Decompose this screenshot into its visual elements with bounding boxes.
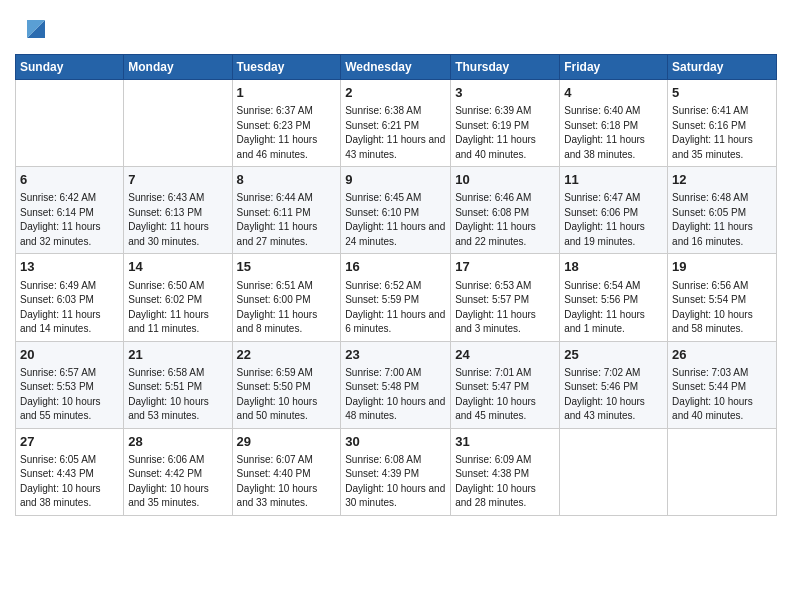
calendar-cell: 21Sunrise: 6:58 AMSunset: 5:51 PMDayligh… (124, 341, 232, 428)
day-number: 9 (345, 171, 446, 189)
day-number: 30 (345, 433, 446, 451)
day-number: 25 (564, 346, 663, 364)
day-number: 18 (564, 258, 663, 276)
calendar-cell: 3Sunrise: 6:39 AMSunset: 6:19 PMDaylight… (451, 80, 560, 167)
sunrise-text: Sunrise: 6:59 AM (237, 367, 313, 378)
day-number: 7 (128, 171, 227, 189)
week-row-2: 6Sunrise: 6:42 AMSunset: 6:14 PMDaylight… (16, 167, 777, 254)
calendar-cell: 4Sunrise: 6:40 AMSunset: 6:18 PMDaylight… (560, 80, 668, 167)
logo (15, 10, 53, 46)
daylight-text: Daylight: 11 hours and 30 minutes. (128, 221, 209, 247)
day-number: 14 (128, 258, 227, 276)
sunset-text: Sunset: 5:48 PM (345, 381, 419, 392)
calendar-cell (668, 428, 777, 515)
day-number: 24 (455, 346, 555, 364)
calendar-cell: 10Sunrise: 6:46 AMSunset: 6:08 PMDayligh… (451, 167, 560, 254)
day-info: Sunrise: 6:57 AMSunset: 5:53 PMDaylight:… (20, 366, 119, 424)
sunset-text: Sunset: 6:06 PM (564, 207, 638, 218)
daylight-text: Daylight: 10 hours and 55 minutes. (20, 396, 101, 422)
calendar-cell: 16Sunrise: 6:52 AMSunset: 5:59 PMDayligh… (341, 254, 451, 341)
weekday-header-row: SundayMondayTuesdayWednesdayThursdayFrid… (16, 55, 777, 80)
sunrise-text: Sunrise: 6:49 AM (20, 280, 96, 291)
calendar-cell: 28Sunrise: 6:06 AMSunset: 4:42 PMDayligh… (124, 428, 232, 515)
sunrise-text: Sunrise: 6:07 AM (237, 454, 313, 465)
sunrise-text: Sunrise: 6:39 AM (455, 105, 531, 116)
calendar-cell (560, 428, 668, 515)
day-number: 15 (237, 258, 337, 276)
day-info: Sunrise: 7:00 AMSunset: 5:48 PMDaylight:… (345, 366, 446, 424)
sunrise-text: Sunrise: 6:09 AM (455, 454, 531, 465)
calendar-cell: 9Sunrise: 6:45 AMSunset: 6:10 PMDaylight… (341, 167, 451, 254)
sunset-text: Sunset: 5:54 PM (672, 294, 746, 305)
sunrise-text: Sunrise: 6:51 AM (237, 280, 313, 291)
daylight-text: Daylight: 11 hours and 6 minutes. (345, 309, 445, 335)
sunset-text: Sunset: 5:44 PM (672, 381, 746, 392)
day-info: Sunrise: 6:46 AMSunset: 6:08 PMDaylight:… (455, 191, 555, 249)
logo-icon (17, 10, 53, 46)
day-number: 3 (455, 84, 555, 102)
calendar-cell: 25Sunrise: 7:02 AMSunset: 5:46 PMDayligh… (560, 341, 668, 428)
calendar-cell: 22Sunrise: 6:59 AMSunset: 5:50 PMDayligh… (232, 341, 341, 428)
day-info: Sunrise: 6:48 AMSunset: 6:05 PMDaylight:… (672, 191, 772, 249)
day-info: Sunrise: 6:06 AMSunset: 4:42 PMDaylight:… (128, 453, 227, 511)
daylight-text: Daylight: 11 hours and 40 minutes. (455, 134, 536, 160)
daylight-text: Daylight: 10 hours and 48 minutes. (345, 396, 445, 422)
week-row-5: 27Sunrise: 6:05 AMSunset: 4:43 PMDayligh… (16, 428, 777, 515)
day-info: Sunrise: 6:51 AMSunset: 6:00 PMDaylight:… (237, 279, 337, 337)
day-info: Sunrise: 6:42 AMSunset: 6:14 PMDaylight:… (20, 191, 119, 249)
sunrise-text: Sunrise: 6:40 AM (564, 105, 640, 116)
sunset-text: Sunset: 6:02 PM (128, 294, 202, 305)
sunset-text: Sunset: 6:23 PM (237, 120, 311, 131)
calendar-cell: 31Sunrise: 6:09 AMSunset: 4:38 PMDayligh… (451, 428, 560, 515)
calendar-cell: 7Sunrise: 6:43 AMSunset: 6:13 PMDaylight… (124, 167, 232, 254)
calendar-cell: 14Sunrise: 6:50 AMSunset: 6:02 PMDayligh… (124, 254, 232, 341)
sunset-text: Sunset: 5:56 PM (564, 294, 638, 305)
weekday-header-tuesday: Tuesday (232, 55, 341, 80)
sunrise-text: Sunrise: 6:45 AM (345, 192, 421, 203)
calendar-cell: 5Sunrise: 6:41 AMSunset: 6:16 PMDaylight… (668, 80, 777, 167)
sunrise-text: Sunrise: 6:46 AM (455, 192, 531, 203)
sunrise-text: Sunrise: 6:42 AM (20, 192, 96, 203)
sunrise-text: Sunrise: 6:57 AM (20, 367, 96, 378)
daylight-text: Daylight: 10 hours and 40 minutes. (672, 396, 753, 422)
calendar-cell: 23Sunrise: 7:00 AMSunset: 5:48 PMDayligh… (341, 341, 451, 428)
sunset-text: Sunset: 6:13 PM (128, 207, 202, 218)
daylight-text: Daylight: 11 hours and 19 minutes. (564, 221, 645, 247)
day-info: Sunrise: 6:49 AMSunset: 6:03 PMDaylight:… (20, 279, 119, 337)
daylight-text: Daylight: 11 hours and 43 minutes. (345, 134, 445, 160)
day-info: Sunrise: 6:59 AMSunset: 5:50 PMDaylight:… (237, 366, 337, 424)
day-number: 1 (237, 84, 337, 102)
calendar-page: SundayMondayTuesdayWednesdayThursdayFrid… (0, 0, 792, 531)
sunrise-text: Sunrise: 6:53 AM (455, 280, 531, 291)
day-number: 11 (564, 171, 663, 189)
sunset-text: Sunset: 6:21 PM (345, 120, 419, 131)
header (15, 10, 777, 46)
day-info: Sunrise: 6:39 AMSunset: 6:19 PMDaylight:… (455, 104, 555, 162)
day-info: Sunrise: 6:40 AMSunset: 6:18 PMDaylight:… (564, 104, 663, 162)
calendar-cell (16, 80, 124, 167)
day-number: 31 (455, 433, 555, 451)
sunset-text: Sunset: 6:00 PM (237, 294, 311, 305)
day-number: 21 (128, 346, 227, 364)
day-number: 6 (20, 171, 119, 189)
sunrise-text: Sunrise: 6:47 AM (564, 192, 640, 203)
daylight-text: Daylight: 11 hours and 3 minutes. (455, 309, 536, 335)
day-number: 2 (345, 84, 446, 102)
day-number: 12 (672, 171, 772, 189)
sunset-text: Sunset: 5:51 PM (128, 381, 202, 392)
day-info: Sunrise: 7:01 AMSunset: 5:47 PMDaylight:… (455, 366, 555, 424)
sunset-text: Sunset: 5:59 PM (345, 294, 419, 305)
daylight-text: Daylight: 10 hours and 30 minutes. (345, 483, 445, 509)
week-row-4: 20Sunrise: 6:57 AMSunset: 5:53 PMDayligh… (16, 341, 777, 428)
sunset-text: Sunset: 5:50 PM (237, 381, 311, 392)
calendar-table: SundayMondayTuesdayWednesdayThursdayFrid… (15, 54, 777, 516)
sunset-text: Sunset: 4:39 PM (345, 468, 419, 479)
daylight-text: Daylight: 10 hours and 28 minutes. (455, 483, 536, 509)
day-info: Sunrise: 6:47 AMSunset: 6:06 PMDaylight:… (564, 191, 663, 249)
calendar-cell: 20Sunrise: 6:57 AMSunset: 5:53 PMDayligh… (16, 341, 124, 428)
calendar-cell: 6Sunrise: 6:42 AMSunset: 6:14 PMDaylight… (16, 167, 124, 254)
week-row-1: 1Sunrise: 6:37 AMSunset: 6:23 PMDaylight… (16, 80, 777, 167)
day-info: Sunrise: 6:41 AMSunset: 6:16 PMDaylight:… (672, 104, 772, 162)
calendar-cell: 11Sunrise: 6:47 AMSunset: 6:06 PMDayligh… (560, 167, 668, 254)
calendar-cell: 8Sunrise: 6:44 AMSunset: 6:11 PMDaylight… (232, 167, 341, 254)
